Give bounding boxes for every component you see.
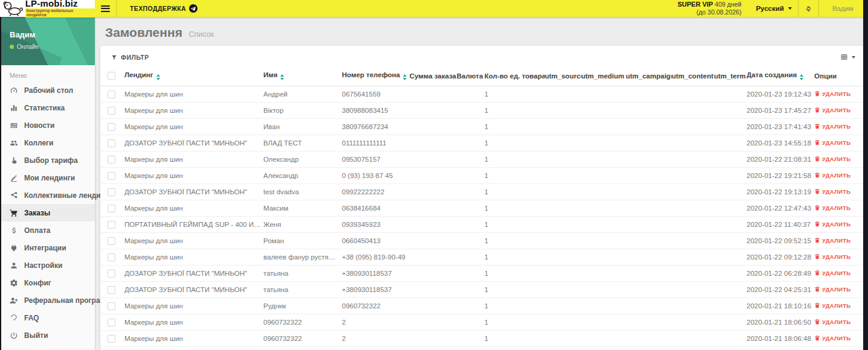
sidebar-item-logout[interactable]: Выйти bbox=[1, 326, 95, 344]
user-menu-button[interactable]: Вадим bbox=[819, 0, 868, 17]
row-checkbox[interactable] bbox=[108, 237, 115, 245]
delete-button[interactable]: УДАЛИТЬ bbox=[814, 253, 850, 260]
sidebar-item-collective-landings[interactable]: Коллективные лендинги bbox=[1, 186, 95, 204]
delete-button[interactable]: УДАЛИТЬ bbox=[814, 156, 850, 162]
delete-button[interactable]: УДАЛИТЬ bbox=[814, 221, 850, 228]
cell-phone: 0953075157 bbox=[342, 151, 410, 168]
sidebar-item-colleagues[interactable]: Коллеги bbox=[1, 134, 95, 151]
language-selector[interactable]: Русский bbox=[750, 0, 797, 17]
cell-utm_content bbox=[672, 282, 714, 298]
sidebar-item-referral[interactable]: Реферальная программа bbox=[1, 291, 95, 309]
hamburger-icon bbox=[101, 5, 110, 12]
sidebar: Вадим Онлайн Меню Рабочий стол Статистик… bbox=[1, 17, 95, 350]
column-header-name[interactable]: Имя bbox=[263, 66, 342, 86]
row-checkbox[interactable] bbox=[108, 107, 115, 115]
sort-icon[interactable] bbox=[156, 74, 160, 80]
cell-created: 2020-01-22 09:52:15 bbox=[747, 233, 814, 249]
delete-button[interactable]: УДАЛИТЬ bbox=[814, 286, 850, 293]
cell-landing: ДОЗАТОР ЗУБНОЇ ПАСТИ "МИНЬОН" bbox=[124, 282, 263, 298]
sort-icon[interactable] bbox=[280, 74, 284, 80]
brand-logo[interactable]: LP-mobi.biz Конструктор мобильных лендин… bbox=[0, 0, 95, 17]
cell-currency bbox=[457, 249, 484, 266]
row-checkbox[interactable] bbox=[108, 172, 115, 180]
cell-utm_term bbox=[714, 282, 747, 298]
row-checkbox[interactable] bbox=[108, 253, 115, 261]
sidebar-item-integrations[interactable]: Интеграции bbox=[1, 239, 95, 256]
table-row: Маркеры для шинРоман066045041312020-01-2… bbox=[100, 233, 864, 249]
cell-qty: 1 bbox=[484, 314, 545, 331]
cell-order_sum bbox=[410, 233, 457, 249]
row-checkbox[interactable] bbox=[108, 156, 115, 164]
delete-button[interactable]: УДАЛИТЬ bbox=[814, 91, 850, 97]
sort-icon[interactable] bbox=[800, 74, 803, 80]
cell-currency bbox=[457, 184, 484, 200]
delete-button[interactable]: УДАЛИТЬ bbox=[814, 237, 850, 244]
sidebar-item-orders[interactable]: Заказы bbox=[1, 204, 95, 221]
sidebar-item-faq[interactable]: FAQ bbox=[1, 309, 95, 326]
row-checkbox[interactable] bbox=[108, 286, 115, 294]
row-options-cell: УДАЛИТЬ bbox=[814, 151, 864, 168]
cell-name: ВЛАД ТЕСТ bbox=[263, 135, 342, 151]
table-row: Маркеры для шинАндрей067564155912020-01-… bbox=[100, 86, 864, 103]
topbar: LP-mobi.biz Конструктор мобильных лендин… bbox=[0, 0, 868, 17]
filter-label: ФИЛЬТР bbox=[121, 54, 149, 61]
sidebar-item-payment[interactable]: Оплата bbox=[1, 221, 95, 239]
row-checkbox[interactable] bbox=[108, 139, 115, 147]
trash-icon bbox=[814, 107, 820, 113]
row-checkbox[interactable] bbox=[108, 221, 115, 229]
delete-button[interactable]: УДАЛИТЬ bbox=[814, 302, 850, 309]
row-options-cell: УДАЛИТЬ bbox=[814, 200, 864, 217]
cell-created: 2020-01-23 17:41:43 bbox=[747, 119, 814, 135]
sidebar-item-dashboard[interactable]: Рабочий стол bbox=[1, 81, 95, 99]
delete-button[interactable]: УДАЛИТЬ bbox=[814, 188, 850, 195]
scrollbar[interactable] bbox=[863, 0, 868, 350]
cell-phone: 380976687234 bbox=[342, 119, 410, 135]
column-header-landing[interactable]: Лендинг bbox=[124, 66, 263, 86]
row-checkbox[interactable] bbox=[108, 302, 115, 310]
row-checkbox[interactable] bbox=[108, 205, 115, 212]
refresh-button[interactable] bbox=[799, 0, 818, 17]
row-checkbox[interactable] bbox=[108, 335, 115, 343]
row-checkbox-cell bbox=[100, 217, 124, 233]
cell-utm_term bbox=[714, 86, 747, 103]
delete-button[interactable]: УДАЛИТЬ bbox=[814, 319, 850, 325]
delete-button[interactable]: УДАЛИТЬ bbox=[814, 139, 850, 146]
delete-button[interactable]: УДАЛИТЬ bbox=[814, 270, 850, 276]
column-header-phone[interactable]: Номер телефона bbox=[342, 66, 410, 86]
delete-button[interactable]: УДАЛИТЬ bbox=[814, 205, 850, 211]
my-landings-icon bbox=[10, 174, 18, 182]
row-checkbox[interactable] bbox=[108, 91, 115, 98]
cell-utm_content bbox=[672, 331, 714, 347]
delete-button[interactable]: УДАЛИТЬ bbox=[814, 107, 850, 113]
online-status-label: Онлайн bbox=[17, 43, 39, 50]
cell-landing: Маркеры для шин bbox=[124, 249, 263, 266]
sidebar-item-tariff[interactable]: Выбор тарифа bbox=[1, 151, 95, 169]
cell-phone: 0111111111111 bbox=[342, 135, 410, 151]
menu-toggle-button[interactable] bbox=[95, 0, 116, 17]
row-checkbox[interactable] bbox=[108, 188, 115, 196]
sidebar-item-settings[interactable]: Настройки bbox=[1, 256, 95, 274]
select-all-checkbox[interactable] bbox=[108, 72, 115, 80]
row-options-cell: УДАЛИТЬ bbox=[814, 233, 864, 249]
sidebar-item-my-landings[interactable]: Мои лендинги bbox=[1, 169, 95, 186]
cell-landing: Маркеры для шин bbox=[124, 347, 263, 350]
sidebar-user-name: Вадим bbox=[10, 30, 95, 39]
filter-button[interactable]: ФИЛЬТР bbox=[111, 54, 149, 61]
sort-icon[interactable] bbox=[403, 74, 407, 80]
table-row: ДОЗАТОР ЗУБНОЇ ПАСТИ "МИНЬОН"татьяна+380… bbox=[100, 282, 864, 298]
delete-button[interactable]: УДАЛИТЬ bbox=[814, 123, 850, 130]
row-checkbox[interactable] bbox=[108, 123, 115, 131]
delete-button[interactable]: УДАЛИТЬ bbox=[814, 335, 850, 342]
delete-button[interactable]: УДАЛИТЬ bbox=[814, 172, 850, 179]
sidebar-item-statistics[interactable]: Статистика bbox=[1, 99, 95, 116]
cell-landing: Маркеры для шин bbox=[124, 233, 263, 249]
sidebar-item-news[interactable]: Новости bbox=[1, 116, 95, 134]
sidebar-user-card: Вадим Онлайн bbox=[1, 17, 95, 65]
row-checkbox[interactable] bbox=[108, 270, 115, 278]
column-settings-button[interactable] bbox=[840, 53, 855, 61]
row-checkbox[interactable] bbox=[108, 319, 115, 326]
column-header-created[interactable]: Дата создания bbox=[747, 66, 814, 86]
row-checkbox-cell bbox=[100, 266, 124, 282]
support-button[interactable]: ТЕХПОДДЕРЖКА bbox=[117, 0, 204, 17]
sidebar-item-config[interactable]: Конфиг bbox=[1, 274, 95, 291]
